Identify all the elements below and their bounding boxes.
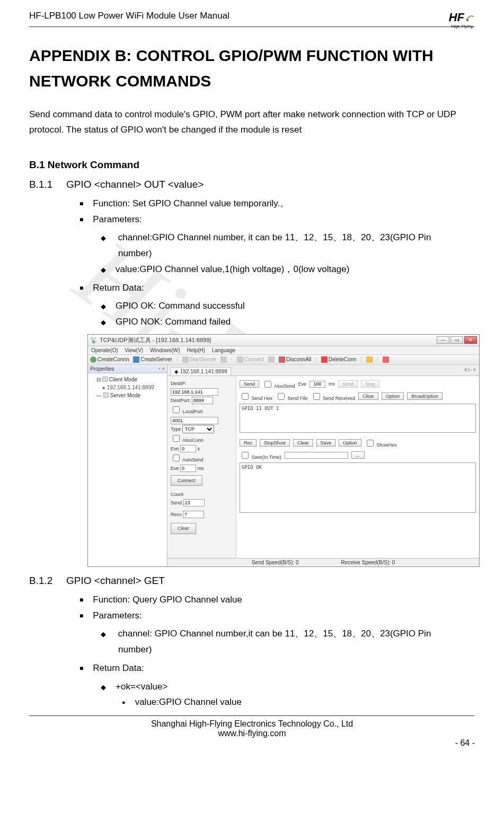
logo-subtext: High-Flying bbox=[452, 24, 473, 29]
b12-param-channel: channel: GPIO Channel number,it can be 1… bbox=[101, 626, 475, 658]
send-option-button[interactable]: Option bbox=[382, 392, 404, 400]
wifi-arc-icon bbox=[465, 13, 475, 22]
menu-view[interactable]: View(V) bbox=[125, 347, 143, 353]
savepath-input[interactable] bbox=[285, 452, 348, 459]
section-b12-heading: B.1.2GPIO <channel> GET bbox=[29, 575, 475, 587]
footer-company: Shanghai High-Flying Electronics Technol… bbox=[29, 719, 475, 729]
page-header: HF-LPB100 Low Power WiFi Module User Man… bbox=[29, 11, 475, 27]
destport-label: DestPort: bbox=[171, 398, 191, 403]
properties-pane-title: Properties￬ × bbox=[88, 365, 167, 373]
toolbar-disc-icon[interactable] bbox=[268, 356, 275, 363]
section-b11-heading: B.1.1GPIO <channel> OUT <value> bbox=[29, 179, 475, 190]
tab-nav[interactable]: 4 ▷ × bbox=[464, 367, 476, 376]
send-count-input[interactable] bbox=[183, 499, 205, 507]
toolbar-deleteconn[interactable]: DeleteConn bbox=[321, 356, 357, 363]
conn-eve1-input[interactable] bbox=[180, 445, 196, 452]
toolbar-stop-icon[interactable] bbox=[220, 356, 227, 363]
send-go-button[interactable]: Send bbox=[338, 380, 358, 388]
localport-input[interactable] bbox=[171, 417, 218, 424]
showhex-checkbox[interactable] bbox=[367, 440, 374, 447]
send-area-button[interactable]: Send bbox=[240, 380, 259, 388]
close-button[interactable]: ✕ bbox=[464, 336, 477, 344]
saveintime-checkbox[interactable] bbox=[242, 452, 249, 459]
menu-language[interactable]: Language bbox=[212, 347, 236, 353]
send-textarea[interactable]: GPIO 11 OUT 1 bbox=[240, 404, 476, 433]
b12-return-label: Return Data: bbox=[79, 660, 475, 676]
svg-point-0 bbox=[466, 19, 468, 21]
maximize-button[interactable]: ▭ bbox=[450, 336, 463, 344]
page-number: - 64 - bbox=[455, 738, 475, 748]
recv-clear-button[interactable]: Clear bbox=[293, 439, 313, 447]
menu-windows[interactable]: Windows(W) bbox=[150, 347, 180, 353]
b12-return-ok: +ok=<value> bbox=[101, 679, 475, 695]
destip-input[interactable] bbox=[171, 388, 218, 396]
status-send-speed: Send Speed(B/S): 0 bbox=[252, 560, 299, 565]
connection-settings-panel: DestIP: DestPort: LocalPort Type TCP Atu… bbox=[167, 376, 236, 558]
window-title: TCP&UDP测试工具 - [192.168.1.141:8899] bbox=[100, 336, 211, 344]
b12-parameters-label: Parameters: bbox=[79, 608, 475, 624]
recv-count-input[interactable] bbox=[183, 511, 204, 518]
recv-textarea[interactable]: GPIO OK bbox=[240, 462, 476, 513]
b11-return-label: Return Data: bbox=[79, 280, 475, 296]
sendfile-checkbox[interactable] bbox=[278, 393, 285, 400]
page-footer: Shanghai High-Flying Electronics Technol… bbox=[29, 715, 475, 738]
menubar: Operate(O) View(V) Windows(W) Help(H) La… bbox=[88, 346, 479, 355]
toolbar-createconn[interactable]: CreateConnn bbox=[90, 356, 129, 363]
send-clear-button[interactable]: Clear bbox=[358, 392, 378, 400]
b12-function: Function: Query GPIO Channel value bbox=[79, 592, 475, 608]
autosend-checkbox[interactable] bbox=[173, 455, 180, 461]
toolbar-misc2-icon[interactable] bbox=[383, 356, 389, 363]
b11-param-value: value:GPIO Channel value,1(high voltage)… bbox=[101, 261, 475, 277]
toolbar-disconnall[interactable]: DisconnAll bbox=[279, 356, 311, 363]
type-label: Type bbox=[171, 426, 181, 432]
sendrecv-checkbox[interactable] bbox=[313, 393, 320, 400]
conn-eve2-input[interactable] bbox=[180, 465, 196, 472]
atuoconn-checkbox[interactable] bbox=[173, 435, 180, 442]
b11-param-channel: channel:GPIO Channel number, it can be 1… bbox=[101, 230, 475, 261]
count-label: Count bbox=[171, 490, 233, 499]
status-recv-speed: Receive Speed(B/S): 0 bbox=[341, 560, 395, 565]
connection-tree[interactable]: ⊟ Client Mode ▸ 192.168.1.141:8899 — Ser… bbox=[88, 373, 167, 566]
statusbar: Send Speed(B/S): 0 Receive Speed(B/S): 0 bbox=[167, 558, 479, 566]
section-b1-heading: B.1 Network Command bbox=[29, 159, 475, 171]
destport-input[interactable] bbox=[192, 397, 213, 404]
toolbar-connect[interactable]: Connect bbox=[237, 356, 264, 363]
savepath-browse-button[interactable]: … bbox=[351, 451, 365, 459]
toolbar-createserver[interactable]: CreateServer bbox=[133, 356, 172, 363]
b11-return-nok: GPIO NOK: Command failed bbox=[101, 314, 475, 330]
b11-return-ok: GPIO OK: Command successful bbox=[101, 298, 475, 314]
toolbar-misc1-icon[interactable] bbox=[366, 356, 373, 363]
header-title: HF-LPB100 Low Power WiFi Module User Man… bbox=[29, 11, 229, 21]
tree-client-mode[interactable]: Client Mode bbox=[109, 377, 137, 382]
toolbar-startserver[interactable]: StartServer bbox=[182, 356, 217, 363]
send-stop-button[interactable]: Stop bbox=[361, 380, 379, 388]
menu-help[interactable]: Help(H) bbox=[187, 347, 205, 353]
recv-label-button[interactable]: Rec bbox=[240, 439, 257, 447]
b11-parameters-label: Parameters: bbox=[79, 212, 475, 228]
connect-button[interactable]: Connect bbox=[171, 475, 202, 486]
b12-return-value: value:GPIO Channel value bbox=[122, 694, 475, 710]
count-clear-button[interactable]: Clear bbox=[171, 523, 196, 534]
send-atuosend-checkbox[interactable] bbox=[264, 381, 271, 388]
intro-paragraph: Send command data to control module's GP… bbox=[29, 107, 475, 138]
tree-conn-ip[interactable]: ▸ 192.168.1.141:8899 bbox=[103, 385, 154, 390]
footer-website: www.hi-flying.com bbox=[29, 729, 475, 738]
tree-server-mode[interactable]: Server Mode bbox=[110, 392, 140, 398]
logo-text: HF bbox=[449, 11, 464, 24]
localport-checkbox[interactable] bbox=[173, 406, 180, 413]
recv-stopshow-button[interactable]: StopShow bbox=[260, 439, 290, 447]
main-heading: APPENDIX B: CONTROL GPIO/PWM FUNCTION WI… bbox=[29, 43, 475, 94]
send-broad-button[interactable]: BroadOption bbox=[407, 392, 443, 400]
type-select[interactable]: TCP bbox=[182, 425, 214, 433]
recv-save-button[interactable]: Save bbox=[316, 439, 336, 447]
minimize-button[interactable]: — bbox=[437, 336, 449, 344]
window-titlebar: 📡 TCP&UDP测试工具 - [192.168.1.141:8899] — ▭… bbox=[88, 335, 479, 346]
logo: HF High-Flying bbox=[449, 11, 475, 24]
sendhex-checkbox[interactable] bbox=[242, 393, 249, 400]
toolbar: CreateConnn CreateServer | StartServer |… bbox=[88, 355, 479, 365]
recv-option-button[interactable]: Option bbox=[339, 439, 361, 447]
send-eve-input[interactable] bbox=[310, 381, 325, 388]
connection-tab[interactable]: ◆ 192.168.1.141:8899 bbox=[171, 367, 231, 376]
tcp-udp-tool-window: 📡 TCP&UDP测试工具 - [192.168.1.141:8899] — ▭… bbox=[87, 334, 480, 567]
menu-operate[interactable]: Operate(O) bbox=[91, 347, 118, 353]
